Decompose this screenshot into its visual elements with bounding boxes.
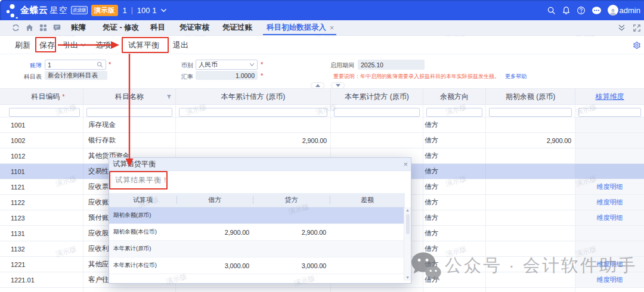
cell-opening-balance	[486, 226, 575, 241]
dialog-row-3[interactable]: 本年累计(原币)	[109, 241, 405, 257]
header-form: 账簿 1 * 科目表 新会计准则科目表 币别 人民币 * 汇率 1.0000 *…	[0, 54, 644, 88]
toolbar-button-选项[interactable]: 选项	[95, 36, 111, 54]
scroll-thumb[interactable]	[406, 214, 410, 234]
dialog-cell-item: 期初余额(原币)	[109, 207, 177, 223]
ledger-label[interactable]: 账簿	[17, 61, 42, 70]
grid-header-6[interactable]: 期初余额 (原币)	[486, 89, 575, 104]
filter-input-6[interactable]	[489, 108, 572, 117]
grid-header-3[interactable]: 本年累计借方 (原币)	[176, 89, 331, 104]
search-icon[interactable]	[547, 6, 556, 15]
assistant-icon[interactable]	[592, 6, 602, 15]
cell-dims: 维度明细	[575, 195, 644, 210]
grid-header-label: 余额方向	[440, 92, 469, 102]
settings-gear-icon[interactable]	[633, 41, 641, 49]
cell-direction: 借方	[423, 133, 486, 148]
dialog-cell-debit: 3,000.00	[177, 257, 253, 274]
grid-header-7[interactable]: 核算维度	[575, 89, 644, 104]
user-avatar[interactable]	[608, 5, 618, 15]
cell-direction: 借方	[423, 226, 486, 241]
ledger-required-star: *	[109, 61, 111, 68]
demo-version-badge: 演示版	[91, 5, 118, 16]
dialog-cell-diff	[330, 241, 405, 257]
tab-close-icon[interactable]: ×	[330, 24, 334, 32]
toolbar-button-引出[interactable]: 引出	[63, 36, 86, 54]
ledger-input[interactable]: 1	[45, 60, 106, 70]
menu-item-5[interactable]: 凭证过账	[222, 20, 252, 35]
cell-name: 库存现金	[83, 117, 176, 132]
cell-empty	[83, 288, 176, 292]
dialog-row-2[interactable]: 期初余额(本位币)2,900.002,900.00	[109, 224, 405, 241]
toolbar-button-刷新[interactable]: 刷新	[15, 36, 30, 54]
message-icon[interactable]	[53, 24, 61, 32]
cell-empty	[0, 288, 83, 292]
menu-item-2[interactable]: 凭证 - 修改	[103, 20, 139, 35]
grid-header-5[interactable]: 余额方向	[423, 89, 486, 104]
cell-opening-balance	[486, 241, 575, 256]
menu-item-1[interactable]: 账簿	[71, 20, 86, 35]
dialog-cell-item: 本年累计(本位币)	[109, 257, 177, 274]
dimension-detail-link[interactable]: 维度明细	[597, 198, 623, 207]
toolbar-button-退出[interactable]: 退出	[173, 36, 188, 54]
help-icon[interactable]	[577, 6, 586, 15]
grid-header-1[interactable]: 科目编码*	[0, 89, 83, 104]
cell-empty	[423, 288, 486, 292]
username-label[interactable]: admin	[620, 6, 640, 15]
dialog-scrollbar[interactable]: ▲ ▼	[404, 207, 411, 281]
filter-input-4[interactable]	[334, 108, 420, 117]
account-separator: |	[131, 6, 133, 14]
dialog-cell-diff	[330, 257, 405, 274]
dimension-detail-link[interactable]: 维度明细	[597, 260, 623, 269]
fullscreen-icon[interactable]	[633, 24, 640, 32]
edition-badge: 企业版	[71, 6, 88, 14]
grid-row-1002[interactable]: 1002银行存款2,900.00借方2,900.00	[0, 133, 644, 148]
start-period-label: 启用期间	[327, 61, 354, 70]
cell-dims: 维度明细	[575, 210, 644, 225]
dimension-detail-link[interactable]: 维度明细	[597, 182, 623, 191]
dialog-cell-credit	[253, 241, 330, 257]
filter-funnel-icon[interactable]	[166, 94, 172, 100]
account-number: 1	[123, 6, 127, 15]
scroll-down-icon[interactable]: ▼	[405, 275, 410, 281]
dimension-detail-link[interactable]: 维度明细	[597, 213, 623, 222]
dialog-cell-credit: 2,900.00	[253, 224, 330, 240]
bell-icon[interactable]	[562, 6, 571, 15]
dialog-cell-item: 本年累计(原币)	[109, 241, 177, 257]
annotation-box-save	[35, 37, 56, 52]
grid-row-1001[interactable]: 1001库存现金借方	[0, 117, 644, 133]
cell-opening-balance	[486, 117, 575, 132]
collapse-down-button[interactable]	[331, 82, 345, 89]
grid-header-4[interactable]: 本年累计贷方 (原币)	[331, 89, 423, 104]
menu-item-4[interactable]: 凭证审核	[179, 20, 209, 35]
sync-icon[interactable]	[12, 24, 20, 32]
account-book-switcher[interactable]: 1 | 100 1	[123, 6, 168, 15]
lookup-magnifier-icon[interactable]	[97, 61, 103, 68]
cell-direction: 借方	[423, 195, 486, 210]
apps-grid-icon[interactable]	[39, 24, 47, 32]
top-header-bar: 金蝶云星空 企业版 演示版 1 | 100 1	[0, 0, 644, 20]
collapse-up-button[interactable]	[311, 82, 324, 89]
currency-select[interactable]: 人民币	[196, 60, 258, 70]
cell-opening-balance	[486, 195, 575, 210]
home-icon[interactable]	[26, 24, 33, 32]
dialog-cell-diff	[330, 224, 405, 240]
menu-item-3[interactable]: 科目	[150, 20, 165, 35]
cell-debit-ytd: 2,900.00	[176, 133, 331, 148]
dimension-detail-link[interactable]: 维度明细	[597, 275, 623, 284]
cell-empty	[331, 288, 423, 292]
tab-account-initial-data-entry[interactable]: 科目初始数据录入 ×	[267, 20, 334, 35]
account-table-value: 新会计准则科目表	[45, 71, 107, 80]
cell-credit-ytd	[331, 117, 423, 132]
dialog-row-1[interactable]: 期初余额(原币)	[109, 207, 405, 224]
scroll-up-icon[interactable]: ▲	[405, 207, 410, 213]
grid-header-2[interactable]: 科目名称	[83, 89, 176, 104]
dialog-titlebar[interactable]: 试算借贷平衡 ×	[109, 158, 411, 171]
cell-credit-ytd	[331, 133, 423, 148]
double-chevron-down-icon[interactable]	[618, 24, 626, 32]
cell-code: 1123	[0, 210, 83, 225]
cell-direction: 借方	[423, 117, 486, 132]
dialog-row-4[interactable]: 本年累计(本位币)3,000.003,000.00	[109, 257, 405, 274]
more-help-link[interactable]: 更多帮助	[505, 73, 527, 79]
filter-input-2[interactable]	[86, 108, 172, 117]
cell-code: 1122	[0, 195, 83, 210]
dialog-close-icon[interactable]: ×	[403, 160, 408, 168]
